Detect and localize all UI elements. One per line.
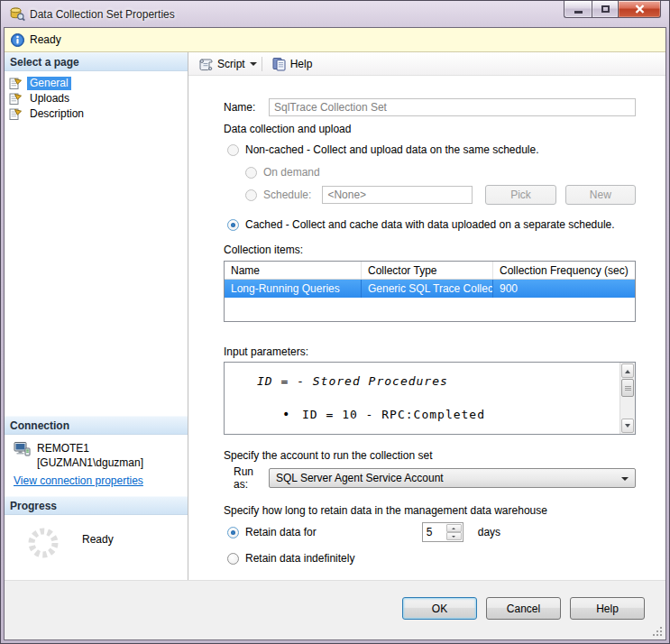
pick-button[interactable]: Pick <box>485 185 555 205</box>
input-parameters-box[interactable]: ID = - Stored Procedures • ID = 10 - RPC… <box>224 362 636 435</box>
non-cached-radio[interactable] <box>227 144 239 156</box>
status-text: Ready <box>30 33 61 46</box>
minimize-button[interactable] <box>564 1 592 18</box>
run-as-combobox[interactable]: SQL Server Agent Service Account <box>269 468 636 488</box>
info-icon <box>11 33 24 47</box>
help-button[interactable]: Help <box>570 597 645 620</box>
collection-items-label: Collection items: <box>224 244 636 256</box>
schedule-input[interactable] <box>322 186 473 204</box>
non-cached-label: Non-cached - Collect and upload data on … <box>245 143 539 156</box>
spin-down-button[interactable] <box>446 532 462 540</box>
cached-label: Cached - Collect and cache data with dat… <box>245 218 615 231</box>
scroll-down-button[interactable] <box>621 419 634 433</box>
cached-radio[interactable] <box>227 219 239 231</box>
resize-grip[interactable] <box>652 626 664 638</box>
retain-indefinitely-label: Retain data indefinitely <box>245 552 354 565</box>
sidebar-item-uploads[interactable]: Uploads <box>9 91 184 106</box>
sidebar-item-label: Description <box>27 107 87 121</box>
page-icon <box>9 107 23 121</box>
server-name: REMOTE1 <box>37 441 143 455</box>
page-list: General Uploads <box>5 71 188 122</box>
view-connection-properties-link[interactable]: View connection properties <box>14 474 143 487</box>
data-collection-icon <box>10 7 25 22</box>
sidebar-item-label: Uploads <box>27 92 72 106</box>
dialog-window: Data Collection Set Properties Re <box>0 0 670 644</box>
general-page-content: Name: Data collection and upload Non-cac… <box>188 76 665 580</box>
script-label: Script <box>217 58 245 70</box>
script-button[interactable]: Script <box>196 55 248 73</box>
scrollbar-thumb[interactable] <box>621 379 634 397</box>
cell-name: Long-Running Queries <box>225 280 362 298</box>
arrow-down-icon <box>625 424 630 430</box>
help-toolbar-label: Help <box>290 58 313 70</box>
scroll-up-button[interactable] <box>621 363 634 378</box>
window-title: Data Collection Set Properties <box>30 8 175 21</box>
select-page-header: Select a page <box>5 52 188 71</box>
input-parameters-label: Input parameters: <box>224 345 636 358</box>
collection-items-table: Name Collector Type Collection Frequency… <box>224 261 636 322</box>
cancel-button[interactable]: Cancel <box>486 597 561 620</box>
help-toolbar-button[interactable]: Help <box>269 55 316 73</box>
on-demand-label: On demand <box>263 166 320 179</box>
retain-indefinitely-radio[interactable] <box>227 553 239 565</box>
maximize-button[interactable] <box>592 1 619 18</box>
close-icon <box>635 5 645 14</box>
cell-collector-type: Generic SQL Trace Collec... <box>362 280 493 298</box>
column-header-name[interactable]: Name <box>225 262 362 279</box>
table-row[interactable]: Long-Running Queries Generic SQL Trace C… <box>225 280 635 298</box>
name-label: Name: <box>224 101 269 114</box>
arrow-up-icon <box>452 526 455 529</box>
script-icon <box>198 57 214 71</box>
server-icon <box>14 441 31 457</box>
toolbar: Script <box>188 52 665 76</box>
spin-up-button[interactable] <box>446 524 462 532</box>
progress-spinner-icon <box>26 526 60 560</box>
parameter-line: ID = - Stored Procedures <box>257 374 448 388</box>
sidebar: Select a page General <box>5 52 188 580</box>
new-button[interactable]: New <box>565 185 636 205</box>
on-demand-radio[interactable] <box>245 167 257 179</box>
schedule-radio[interactable] <box>245 189 257 201</box>
arrow-down-icon <box>452 536 455 539</box>
status-strip: Ready <box>5 28 665 52</box>
help-book-icon <box>271 57 287 71</box>
run-as-label: Run as: <box>224 465 269 491</box>
table-header-row: Name Collector Type Collection Frequency… <box>225 262 635 280</box>
ok-button[interactable]: OK <box>402 597 477 620</box>
connection-header: Connection <box>5 416 188 435</box>
sidebar-item-label: General <box>27 77 71 90</box>
parameter-line: ID = 10 - RPC:Completed <box>280 408 485 421</box>
sidebar-item-description[interactable]: Description <box>9 106 184 122</box>
toolbar-separator <box>262 57 262 71</box>
schedule-label: Schedule: <box>263 189 311 201</box>
progress-status: Ready <box>82 533 114 546</box>
arrow-up-icon <box>625 367 630 373</box>
close-button[interactable] <box>619 1 661 18</box>
maximize-icon <box>601 5 610 13</box>
page-icon <box>9 77 23 90</box>
retention-section-label: Specify how long to retain data in the m… <box>224 504 636 517</box>
script-dropdown-caret-icon[interactable] <box>250 62 257 69</box>
days-label: days <box>478 526 500 538</box>
column-header-frequency[interactable]: Collection Frequency (sec) <box>493 262 635 279</box>
vertical-scrollbar[interactable] <box>620 363 635 434</box>
account-section-label: Specify the account to run the collectio… <box>224 449 636 462</box>
column-header-collector-type[interactable]: Collector Type <box>362 262 493 279</box>
name-input[interactable] <box>269 98 636 116</box>
upload-section-label: Data collection and upload <box>224 123 636 135</box>
scrollbar-track[interactable] <box>620 397 635 418</box>
retain-days-input[interactable] <box>423 523 446 541</box>
connection-panel: REMOTE1 [GUZMAN1\dguzman] View connectio… <box>5 435 188 496</box>
sidebar-item-general[interactable]: General <box>9 76 184 91</box>
retain-data-for-radio[interactable] <box>227 527 239 538</box>
run-as-value: SQL Server Agent Service Account <box>276 472 444 484</box>
combo-caret-icon <box>621 477 629 484</box>
retain-data-for-label: Retain data for <box>245 526 317 538</box>
footer: OK Cancel Help <box>5 580 665 639</box>
main-panel: Script <box>188 52 665 580</box>
progress-panel: Ready <box>5 515 188 580</box>
title-bar[interactable]: Data Collection Set Properties <box>4 1 666 27</box>
minimize-icon <box>574 11 583 14</box>
cell-frequency: 900 <box>493 280 635 298</box>
server-user: [GUZMAN1\dguzman] <box>37 455 143 470</box>
